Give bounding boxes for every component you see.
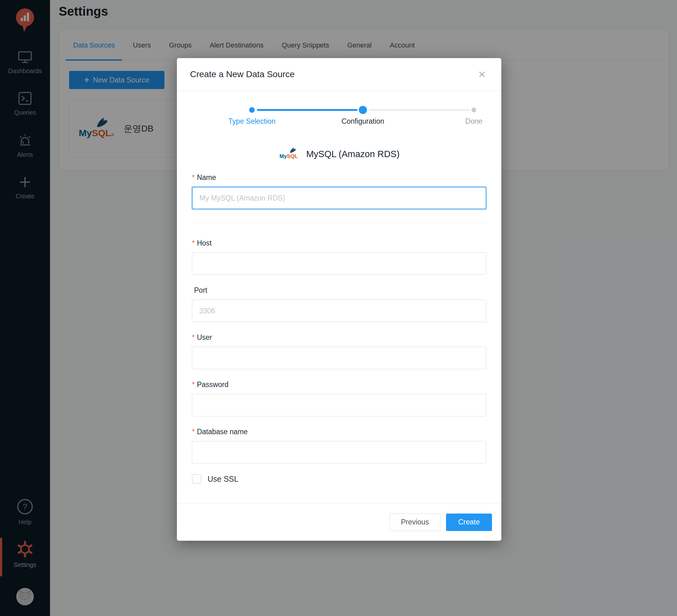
field-label: *Database name xyxy=(192,428,486,436)
user-input[interactable] xyxy=(192,347,486,369)
modal-body: Type Selection Configuration Done MySQL … xyxy=(177,105,501,483)
step-label-configuration: Configuration xyxy=(310,117,416,126)
app-window: Dashboards Queries xyxy=(0,0,677,616)
modal-header: Create a New Data Source xyxy=(177,58,501,91)
host-input[interactable] xyxy=(192,252,486,275)
required-mark: * xyxy=(192,428,195,436)
field-user: *User xyxy=(192,333,486,369)
modal-footer: Previous Create xyxy=(177,503,501,541)
type-heading-text: MySQL (Amazon RDS) xyxy=(306,149,400,159)
step-label-done: Done xyxy=(421,117,527,126)
field-port: Port xyxy=(192,286,486,322)
step-dot-done xyxy=(471,108,476,112)
create-button[interactable]: Create xyxy=(446,514,492,531)
required-mark: * xyxy=(192,239,195,247)
required-mark: * xyxy=(192,333,195,341)
step-connector-pending xyxy=(369,109,469,111)
field-label: Port xyxy=(192,286,486,294)
password-input[interactable] xyxy=(192,394,486,416)
step-dot-type-selection xyxy=(249,107,255,113)
required-mark: * xyxy=(192,380,195,389)
steps-progress: Type Selection Configuration Done xyxy=(192,105,486,133)
use-ssl-row[interactable]: Use SSL xyxy=(192,474,486,483)
step-label-type-selection[interactable]: Type Selection xyxy=(199,117,305,126)
required-mark: * xyxy=(192,173,195,182)
field-password: *Password xyxy=(192,380,486,416)
mysql-logo-icon: MySQL xyxy=(279,147,301,161)
name-input[interactable] xyxy=(192,187,486,209)
field-label: *User xyxy=(192,333,486,342)
port-input[interactable] xyxy=(192,299,486,322)
create-data-source-modal: Create a New Data Source Type Selection … xyxy=(177,58,501,541)
use-ssl-label: Use SSL xyxy=(208,474,238,483)
previous-button[interactable]: Previous xyxy=(390,514,440,531)
database-name-input[interactable] xyxy=(192,441,486,464)
field-name: *Name xyxy=(192,173,486,209)
field-label: *Password xyxy=(192,380,486,389)
svg-text:MySQL: MySQL xyxy=(279,153,298,159)
field-label: *Host xyxy=(192,239,486,247)
field-host: *Host xyxy=(192,239,486,275)
close-icon[interactable] xyxy=(476,68,488,81)
field-database-name: *Database name xyxy=(192,428,486,464)
data-source-type-heading: MySQL MySQL (Amazon RDS) xyxy=(192,147,486,161)
use-ssl-checkbox[interactable] xyxy=(192,474,201,483)
field-label: *Name xyxy=(192,173,486,182)
step-connector-done xyxy=(257,109,358,111)
step-dot-configuration xyxy=(359,106,367,114)
modal-title: Create a New Data Source xyxy=(190,69,295,79)
